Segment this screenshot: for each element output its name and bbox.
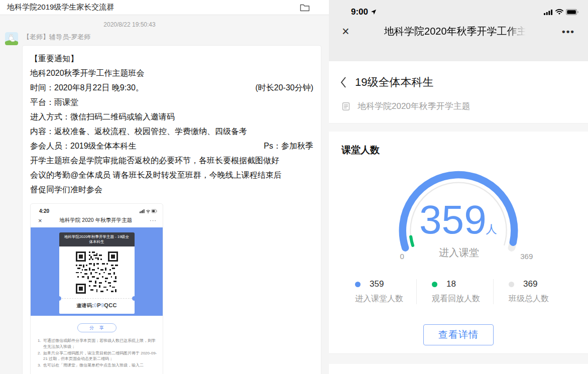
note-text: 可通过微信或邮件分享本页面；若班级人数已达系统上限，则学生无法加入班级； [43, 338, 158, 349]
lesson-subtitle-row[interactable]: 地科学院2020年秋季开学主题 [329, 90, 588, 112]
qr-code-image [76, 252, 118, 294]
class-header-row[interactable]: 19级全体本科生 [329, 61, 588, 90]
status-bar: 9:00 [341, 6, 581, 17]
message-line: 时间：2020年8月22日 晚9:30。 (时长20-30分钟) [30, 80, 313, 95]
close-icon[interactable]: × [342, 26, 349, 37]
message-line-left: 参会人员：2019级全体本科生 [30, 139, 137, 153]
message-line: 参会人员：2019级全体本科生 Ps：参加秋季 [30, 139, 313, 153]
view-details-button[interactable]: 查看详情 [423, 324, 494, 345]
section-divider [329, 123, 588, 132]
chat-window-title: 地科学院2019级学生家长交流群 [7, 3, 114, 12]
note-number: 1. [38, 338, 43, 349]
lesson-subtitle: 地科学院2020年秋季开学主题 [358, 100, 471, 112]
section-title: 课堂人数 [329, 132, 588, 157]
legend-label: 班级总人数 [509, 294, 570, 304]
gray-dot-icon [509, 282, 514, 287]
location-arrow-icon [371, 9, 377, 15]
invite-code: 邀请码:0P9QCC [59, 299, 135, 314]
message-line-right: (时长20-30分钟) [255, 80, 313, 95]
legend-item-total: 369 班级总人数 [493, 279, 570, 304]
message-line: 开学主题班会是学院审批能否返校的必要环节，各班长要根据截图做好 [30, 153, 313, 168]
message-line: 进入方式：微信扫码二维码或输入邀请码 [30, 109, 313, 124]
wechat-chat-window: 地科学院2019级学生家长交流群 2020/8/22 19:50:43 【老师】… [0, 0, 329, 374]
gauge-value: 359 [419, 197, 487, 242]
screenshot-nav-title: 地科学院 2020 年秋季开学主题 [42, 217, 150, 224]
screenshot-more-icon: ··· [150, 219, 157, 221]
screenshot-close-icon: × [38, 217, 42, 224]
nav-title-wrap: 地科学院2020年秋季开学工作主 [349, 25, 562, 38]
screenshot-share-button: 分 享 [77, 323, 116, 332]
screenshot-nav-bar: × 地科学院 2020 年秋季开学主题 ··· [31, 215, 163, 227]
screenshot-status-time: 4:20 [39, 208, 49, 214]
message-line: 地科2020秋季开学工作主题班会 [30, 66, 313, 80]
screenshot-notes: 1. 可通过微信或邮件分享本页面；若班级人数已达系统上限，则学生无法加入班级； … [31, 338, 163, 374]
message-timestamp: 2020/8/22 19:50:43 [0, 15, 259, 28]
wifi-icon [555, 9, 563, 15]
sender-row: 【老师】辅导员-罗老师 [5, 32, 329, 45]
status-time: 9:00 [351, 7, 377, 17]
attendance-gauge: 359 人 进入课堂 0 369 [369, 165, 548, 266]
back-chevron-icon[interactable] [340, 76, 346, 88]
screenshot-status-bar: 4:20 [31, 204, 163, 215]
invite-card: 地科学院2020年秋季开学主题 - 19级全体本科生 [59, 232, 135, 316]
note-text: 也可以在「雨课堂」微信菜单栏中点击加入班级，输入二 [43, 362, 144, 368]
message-line-right: Ps：参加秋季 [264, 139, 313, 153]
message-line-left: 时间：2020年8月22日 晚9:30。 [30, 80, 144, 95]
legend-value: 359 [370, 279, 384, 289]
invite-card-title: 地科学院2020年秋季开学主题 - 19级全体本科生 [59, 232, 135, 246]
note-text: 如果只分享二维码图片，请注意目前的二维码图片将于 2020-09-21 过期，但… [43, 350, 158, 362]
note-item: 3. 也可以在「雨课堂」微信菜单栏中点击加入班级，输入二 [38, 362, 158, 368]
divider-notch [132, 296, 137, 301]
document-icon [342, 102, 350, 111]
gauge-max-label: 369 [520, 252, 533, 261]
legend-label: 观看回放人数 [432, 294, 493, 304]
invite-code-char: P [97, 302, 101, 308]
message-line: 【重要通知】 [30, 51, 313, 66]
legend-item-entered: 359 进入课堂人数 [355, 279, 416, 304]
legend-value: 369 [523, 279, 537, 289]
message-bubble: 【重要通知】 地科2020秋季开学工作主题班会 时间：2020年8月22日 晚9… [22, 45, 321, 374]
nav-bar: × 地科学院2020年秋季开学工作主 ••• [341, 25, 581, 38]
gauge-min-label: 0 [400, 252, 404, 261]
legend-value: 18 [446, 279, 456, 289]
bottom-divider [329, 353, 588, 364]
nav-title: 地科学院2020年秋季开学工作主 [384, 25, 527, 38]
invite-code-char: QCC [104, 302, 116, 308]
message-line: 平台：雨课堂 [30, 95, 313, 109]
embedded-screenshot-image[interactable]: 4:20 × 地科 [30, 203, 163, 374]
phone-top-bars: 9:00 × 地科学院2020年秋季开学工作主 ••• [329, 0, 588, 61]
message-line: 内容：返校准备、返校流程、校园管控、学费缴纳、四级备考 [30, 124, 313, 139]
avatar[interactable] [5, 32, 18, 45]
invite-code-label: 邀请码: [76, 303, 94, 308]
more-menu-icon[interactable]: ••• [562, 29, 575, 34]
battery-icon [566, 9, 579, 15]
blue-dot-icon [355, 282, 361, 287]
screenshot-status-icons [140, 206, 158, 215]
chat-titlebar: 地科学院2019级学生家长交流群 [0, 0, 329, 15]
note-item: 2. 如果只分享二维码图片，请注意目前的二维码图片将于 2020-09-21 过… [38, 350, 158, 362]
gauge-unit: 人 [486, 223, 497, 235]
green-dot-icon [432, 282, 437, 287]
status-time-text: 9:00 [351, 7, 368, 17]
note-number: 2. [38, 350, 43, 362]
message-line: 会议的考勤@全体成员 请各班长及时转发至班群，今晚线上课程结束后 [30, 168, 313, 182]
sender-name: 【老师】辅导员-罗老师 [23, 33, 90, 45]
folder-icon[interactable] [300, 4, 310, 12]
gauge-replay-arc [411, 237, 413, 245]
divider-notch [57, 296, 61, 301]
gauge-center-label: 进入课堂 [439, 247, 479, 258]
legend-item-replay: 18 观看回放人数 [416, 279, 493, 304]
signal-icon [544, 10, 553, 15]
screen: 地科学院2019级学生家长交流群 2020/8/22 19:50:43 【老师】… [0, 0, 588, 374]
note-number: 3. [38, 362, 43, 368]
legend-label: 进入课堂人数 [355, 294, 416, 304]
dashed-divider [59, 298, 135, 299]
note-item: 1. 可通过微信或邮件分享本页面；若班级人数已达系统上限，则学生无法加入班级； [38, 338, 158, 349]
invite-card-body: 邀请码:0P9QCC [59, 246, 135, 314]
status-icons [544, 9, 579, 15]
class-title: 19级全体本科生 [355, 75, 433, 90]
message-line: 督促同学们准时参会 [30, 182, 313, 197]
gauge-legend: 359 进入课堂人数 18 观看回放人数 369 班级总人数 [355, 279, 570, 304]
screenshot-blue-area: 地科学院2020年秋季开学主题 - 19级全体本科生 [31, 227, 163, 316]
rain-classroom-panel: 9:00 × 地科学院2020年秋季开学工作主 ••• 19级全体本科生 [329, 0, 588, 374]
